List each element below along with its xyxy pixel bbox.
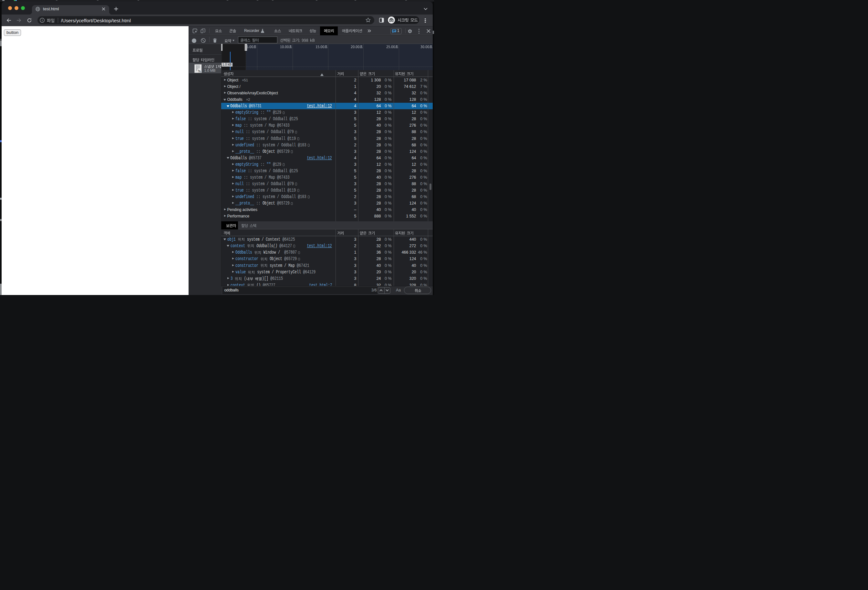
svg-text:%: % — [198, 69, 201, 73]
